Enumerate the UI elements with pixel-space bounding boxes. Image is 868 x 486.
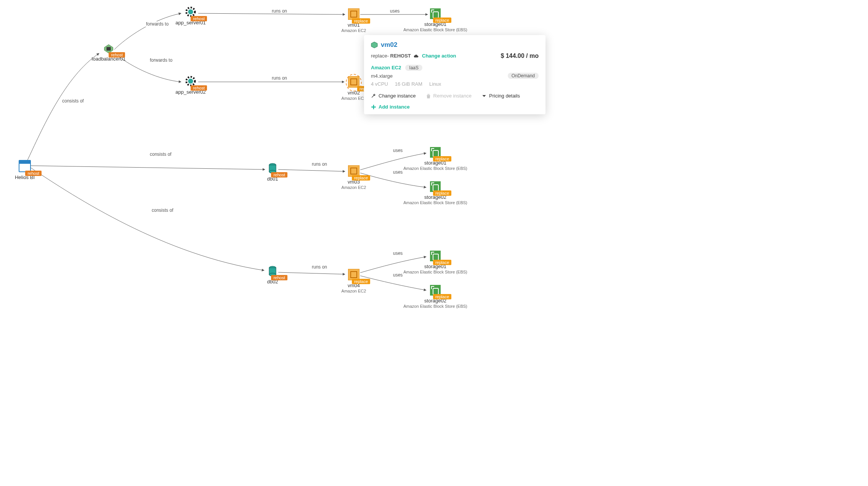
panel-price: $ 144.00 / mo [501, 53, 539, 59]
trash-icon [426, 93, 431, 99]
panel-ram: 16 GiB RAM [395, 81, 422, 87]
panel-instance: m4.xlarge [371, 73, 393, 79]
tag-rehost: rehost [191, 85, 207, 91]
panel-os: Linux [429, 81, 441, 87]
edge-label: forwards to [149, 58, 173, 63]
tag-rehost: rehost [271, 172, 287, 177]
edge-label: uses [392, 251, 404, 256]
node-sublabel: Amazon Elastic Block Store (EBS) [403, 166, 468, 171]
node-app-server01[interactable]: rehost app_server01 [164, 6, 217, 26]
svg-point-2 [188, 9, 193, 14]
pricing-details-button[interactable]: Pricing details [481, 93, 520, 99]
edge-label: runs on [271, 8, 288, 14]
panel-pricing-model: OnDemand [508, 73, 539, 79]
details-panel: vm02 replace- REHOST Change action $ 144… [364, 35, 546, 114]
plus-icon [371, 104, 376, 110]
tag-rehost: rehost [25, 171, 42, 176]
edge-label: uses [392, 148, 404, 153]
edge-label: consists of [151, 208, 175, 213]
edge-label: uses [392, 272, 404, 278]
node-vm04[interactable]: replace vm04 Amazon EC2 [327, 269, 380, 293]
node-storage01[interactable]: replace storage01 Amazon Elastic Block S… [403, 147, 468, 171]
node-sublabel: Amazon EC2 [327, 185, 380, 190]
node-sublabel: Amazon Elastic Block Store (EBS) [403, 304, 468, 309]
edge-label: runs on [311, 161, 328, 167]
tag-replace: replace [433, 18, 451, 23]
svg-marker-12 [371, 42, 377, 48]
node-sublabel: Amazon Elastic Block Store (EBS) [403, 270, 468, 274]
remove-instance-button[interactable]: Remove instance [426, 93, 472, 99]
edge-label: uses [392, 169, 404, 175]
edge-label: uses [389, 8, 401, 14]
caret-down-icon [481, 93, 487, 99]
panel-service: Amazon EC2 [371, 65, 401, 70]
tag-replace: replace [352, 279, 370, 284]
panel-service-type: IaaS [405, 65, 422, 71]
node-app-server02[interactable]: rehost app_server02 [164, 75, 217, 95]
node-sublabel: Amazon EC2 [327, 28, 380, 33]
tag-rehost: rehost [271, 275, 287, 280]
tag-rehost: rehost [109, 52, 125, 58]
tag-replace: replace [433, 190, 451, 196]
tag-replace: replace [352, 175, 370, 181]
panel-status: replace- REHOST Change action [371, 53, 456, 59]
change-instance-button[interactable]: Change instance [371, 93, 416, 99]
change-action-link[interactable]: Change action [422, 53, 456, 59]
wrench-icon [371, 93, 376, 99]
edge-label: runs on [271, 75, 288, 81]
node-vm01[interactable]: replace vm01 Amazon EC2 [327, 8, 380, 33]
tag-replace: replace [433, 156, 451, 161]
node-helios-bi[interactable]: rehost Helios BI [0, 160, 51, 180]
tag-rehost: rehost [191, 16, 207, 21]
node-vm03[interactable]: replace vm03 Amazon EC2 [327, 165, 380, 190]
panel-title-text: vm02 [381, 41, 397, 49]
node-db02[interactable]: rehost db02 [246, 266, 299, 285]
node-db01[interactable]: rehost db01 [246, 163, 299, 182]
cloud-icon [414, 54, 419, 59]
node-storage02[interactable]: replace storage02 Amazon Elastic Block S… [403, 181, 468, 205]
node-loadbalancer01[interactable]: rehost loadbalancer01 [82, 44, 135, 62]
edge-label: runs on [311, 264, 328, 270]
node-sublabel: Amazon Elastic Block Store (EBS) [403, 200, 468, 205]
node-storage02[interactable]: replace storage02 Amazon Elastic Block S… [403, 285, 468, 309]
tag-replace: replace [352, 18, 370, 24]
node-storage01[interactable]: replace storage01 Amazon Elastic Block S… [403, 8, 468, 32]
edge-label: consists of [61, 98, 85, 104]
node-storage01[interactable]: replace storage01 Amazon Elastic Block S… [403, 251, 468, 274]
add-instance-button[interactable]: Add instance [371, 104, 410, 110]
node-sublabel: Amazon Elastic Block Store (EBS) [403, 27, 468, 32]
svg-rect-1 [106, 47, 111, 50]
node-sublabel: Amazon EC2 [327, 289, 380, 293]
panel-title: vm02 [371, 41, 539, 49]
tag-replace: replace [433, 260, 451, 265]
tag-replace: replace [433, 294, 451, 299]
edge-label: consists of [149, 152, 173, 157]
hex-icon [371, 42, 378, 48]
panel-cpu: 4 vCPU [371, 81, 388, 87]
svg-point-4 [188, 78, 193, 83]
